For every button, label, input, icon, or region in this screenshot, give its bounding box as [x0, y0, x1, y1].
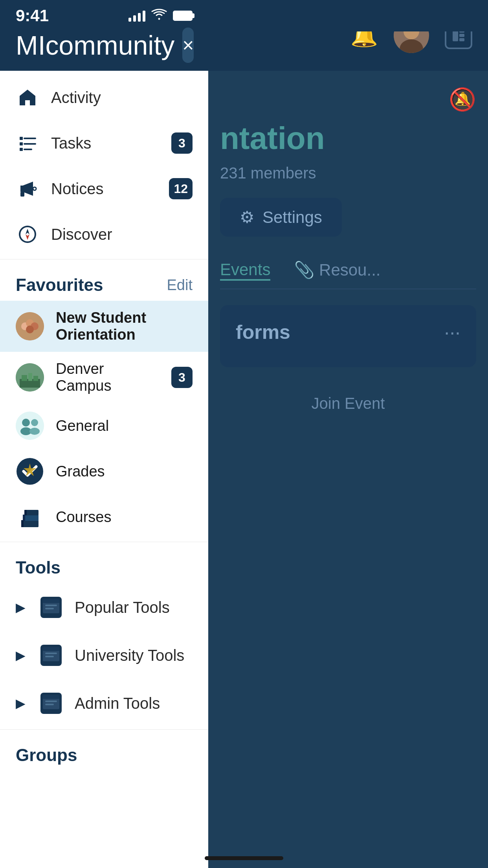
tools-header: Tools — [0, 544, 208, 583]
settings-button[interactable]: ⚙ Settings — [220, 198, 342, 237]
svg-rect-27 — [22, 375, 27, 381]
bg-status-bar — [208, 0, 488, 31]
background-content: 🔔 🔕 ntation 231 members ⚙ Settings — [208, 0, 488, 868]
svg-rect-56 — [45, 704, 54, 705]
tool-item-admin[interactable]: ▶ Admin Tools — [0, 679, 208, 727]
svg-rect-10 — [20, 142, 23, 145]
svg-rect-54 — [43, 695, 59, 699]
svg-rect-8 — [20, 137, 23, 140]
scroll-indicator — [205, 856, 283, 860]
nav-item-discover[interactable]: Discover — [0, 211, 208, 257]
join-event-button[interactable]: Join Event — [220, 383, 476, 424]
close-button[interactable]: × — [182, 28, 194, 63]
gear-icon: ⚙ — [240, 208, 255, 227]
signal-icon — [128, 10, 145, 22]
svg-rect-40 — [23, 515, 25, 521]
new-student-avatar — [16, 312, 44, 340]
denver-campus-label: Denver Campus — [56, 360, 160, 394]
favourites-title: Favourites — [16, 275, 103, 295]
fav-item-grades[interactable]: Grades — [0, 449, 208, 494]
chevron-right-icon-2: ▶ — [16, 648, 28, 663]
svg-rect-44 — [43, 599, 59, 603]
resources-tab[interactable]: 📎 Resou... — [294, 260, 380, 281]
svg-rect-45 — [45, 605, 57, 606]
mute-icon: 🔕 — [220, 86, 476, 112]
tasks-badge: 3 — [171, 132, 193, 154]
courses-label: Courses — [56, 509, 193, 526]
activity-label: Activity — [51, 89, 193, 107]
nav-items-container: Activity Tasks 3 — [0, 71, 208, 257]
nav-item-notices[interactable]: Notices 12 — [0, 166, 208, 211]
general-label: General — [56, 417, 193, 434]
community-tabs: Events 📎 Resou... — [220, 260, 476, 289]
compass-icon — [16, 223, 39, 246]
fav-item-denver-campus[interactable]: Denver Campus 3 — [0, 352, 208, 403]
svg-point-24 — [26, 326, 34, 333]
svg-rect-39 — [21, 520, 24, 527]
svg-rect-49 — [43, 647, 59, 651]
bg-body: 🔕 ntation 231 members ⚙ Settings Events … — [208, 71, 488, 440]
divider-1 — [0, 259, 208, 259]
svg-point-34 — [29, 428, 40, 435]
notices-badge: 12 — [169, 178, 193, 199]
nav-item-tasks[interactable]: Tasks 3 — [0, 120, 208, 166]
home-icon — [16, 86, 39, 109]
tasks-label: Tasks — [51, 134, 160, 152]
status-time: 9:41 — [16, 6, 49, 25]
svg-point-31 — [22, 419, 30, 427]
new-student-label: New Student Orientation — [56, 309, 193, 343]
community-title: ntation — [220, 120, 476, 156]
svg-point-15 — [33, 187, 36, 190]
navigation-drawer: Activity Tasks 3 — [0, 71, 208, 868]
svg-rect-7 — [459, 38, 464, 41]
community-card: ··· forms — [220, 305, 476, 367]
svg-rect-6 — [459, 34, 464, 37]
svg-rect-36 — [21, 520, 39, 527]
tool-item-university[interactable]: ▶ University Tools — [0, 631, 208, 679]
wifi-icon — [151, 8, 167, 23]
courses-icon — [16, 503, 44, 531]
events-tab[interactable]: Events — [220, 260, 270, 281]
more-options-icon[interactable]: ··· — [444, 321, 460, 344]
fav-item-new-student[interactable]: New Student Orientation — [0, 301, 208, 352]
battery-icon — [173, 11, 193, 21]
divider-2 — [0, 542, 208, 542]
fav-item-general[interactable]: General — [0, 403, 208, 449]
svg-rect-12 — [20, 148, 23, 151]
popular-tools-icon — [37, 594, 65, 621]
nav-item-activity[interactable]: Activity — [0, 75, 208, 120]
university-tools-icon — [37, 642, 65, 669]
grades-icon — [16, 457, 44, 485]
discover-label: Discover — [51, 226, 193, 243]
svg-point-33 — [31, 419, 38, 426]
tool-item-popular[interactable]: ▶ Popular Tools — [0, 583, 208, 631]
fav-item-courses[interactable]: Courses — [0, 494, 208, 540]
svg-rect-14 — [20, 192, 24, 197]
denver-campus-avatar — [16, 363, 44, 392]
megaphone-icon — [16, 177, 39, 200]
denver-campus-badge: 3 — [171, 367, 193, 388]
svg-rect-55 — [45, 701, 57, 702]
tasks-icon — [16, 131, 39, 155]
svg-rect-29 — [33, 376, 38, 381]
drawer-header: 9:41 MIcommunity × — [0, 0, 208, 71]
svg-rect-28 — [28, 373, 32, 381]
card-title: forms — [236, 321, 460, 344]
university-tools-label: University Tools — [75, 647, 193, 664]
chevron-right-icon: ▶ — [16, 600, 28, 615]
divider-3 — [0, 729, 208, 730]
status-icons — [128, 8, 193, 23]
svg-rect-41 — [24, 510, 27, 515]
groups-title: Groups — [16, 745, 77, 765]
app-title: MIcommunity — [16, 30, 174, 61]
svg-rect-51 — [45, 656, 54, 657]
members-count: 231 members — [220, 164, 476, 182]
status-bar: 9:41 — [0, 0, 208, 31]
notices-label: Notices — [51, 180, 157, 198]
admin-tools-label: Admin Tools — [75, 695, 193, 712]
favourites-edit-button[interactable]: Edit — [167, 277, 193, 294]
close-icon: × — [182, 34, 194, 57]
header-content: MIcommunity × — [0, 28, 208, 63]
tools-title: Tools — [16, 558, 61, 577]
groups-header: Groups — [0, 732, 208, 771]
